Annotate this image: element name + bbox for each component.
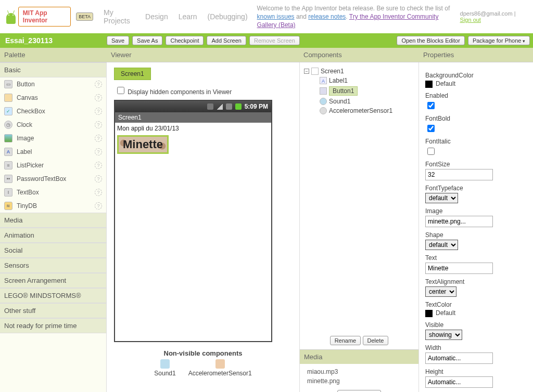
help-icon[interactable]: ? (95, 108, 102, 115)
palette-item-tinydb[interactable]: ≋TinyDB? (0, 199, 106, 213)
palette-section-screenarr[interactable]: Screen Arrangement (0, 273, 106, 288)
components-panel: − Screen1 A Label1 Button1 Sound1 Accele… (299, 62, 419, 392)
palette-label: Label (17, 148, 32, 155)
help-icon[interactable]: ? (95, 121, 102, 128)
panel-headers: Palette Viewer Components Properties (0, 48, 533, 62)
prop-fontitalic-label: FontItalic (425, 138, 527, 145)
phone-title-bar: Screen1 (115, 112, 271, 123)
palette-item-clock[interactable]: ◷Clock? (0, 118, 106, 132)
palette-header: Palette (0, 48, 107, 62)
help-icon[interactable]: ? (95, 135, 102, 142)
known-issues-link[interactable]: known issues (257, 13, 295, 20)
prop-textalign-select[interactable]: center (425, 286, 456, 297)
palette-section-other[interactable]: Other stuff (0, 303, 106, 318)
help-icon[interactable]: ? (95, 162, 102, 169)
palette-section-notready[interactable]: Not ready for prime time (0, 318, 106, 333)
blocks-editor-button[interactable]: Open the Blocks Editor (397, 36, 465, 45)
palette-label: TextBox (17, 189, 39, 196)
phone-screen[interactable]: Mon appli du 23/01/13 Minette (115, 123, 271, 341)
palette-section-social[interactable]: Social (0, 243, 106, 258)
prop-width-input[interactable] (425, 352, 493, 364)
prop-textcolor-value[interactable]: Default (425, 309, 527, 317)
prop-image-label: Image (425, 207, 527, 215)
show-hidden-checkbox[interactable] (117, 87, 124, 94)
prop-text-label: Text (425, 254, 527, 262)
palette-item-checkbox[interactable]: ✓CheckBox? (0, 104, 106, 118)
prop-fontitalic-checkbox[interactable] (427, 148, 435, 155)
nonvis-label: Sound1 (154, 370, 175, 377)
media-file[interactable]: minette.png (307, 376, 411, 386)
tree-item-label1[interactable]: A Label1 (304, 76, 414, 85)
nav-debugging[interactable]: (Debugging) (208, 12, 248, 21)
delete-button[interactable]: Delete (363, 336, 389, 345)
help-icon[interactable]: ? (95, 175, 102, 182)
tree-item-accel[interactable]: AccelerometerSensor1 (304, 106, 414, 115)
preview-button[interactable]: Minette (117, 135, 169, 154)
nav-design[interactable]: Design (145, 12, 168, 21)
palette-section-basic[interactable]: Basic (0, 62, 106, 77)
palette-item-button[interactable]: ▭Button? (0, 77, 106, 91)
package-button[interactable]: Package for Phone (468, 36, 530, 45)
palette-item-canvas[interactable]: Canvas? (0, 91, 106, 104)
palette-label: ListPicker (17, 162, 44, 169)
nonvis-accel[interactable]: AccelerometerSensor1 (188, 359, 252, 377)
palette-item-label[interactable]: ALabel? (0, 145, 106, 159)
save-button[interactable]: Save (107, 36, 129, 45)
prop-enabled-checkbox[interactable] (427, 102, 435, 109)
viewer-panel: Screen1 Display hidden components in Vie… (107, 62, 299, 392)
nav-learn[interactable]: Learn (179, 12, 197, 21)
prop-image-input[interactable] (425, 216, 493, 227)
prop-fontsize-input[interactable] (425, 169, 493, 180)
palette-section-sensors[interactable]: Sensors (0, 258, 106, 273)
image-icon (4, 134, 12, 142)
add-screen-button[interactable]: Add Screen (207, 36, 246, 45)
phone-clock: 5:09 PM (245, 103, 268, 110)
tree-item-button1[interactable]: Button1 (304, 85, 414, 97)
release-notes-link[interactable]: release notes (308, 13, 346, 20)
project-title: Essai_230113 (0, 36, 107, 45)
palette-item-password[interactable]: ••PasswordTextBox? (0, 172, 106, 186)
palette-label: CheckBox (17, 108, 45, 115)
prop-height-input[interactable] (425, 376, 493, 388)
toolbar-left: Save Save As Checkpoint Add Screen Remov… (107, 36, 300, 45)
palette-section-lego[interactable]: LEGO® MINDSTORMS® (0, 288, 106, 303)
collapse-icon[interactable]: − (304, 69, 309, 74)
help-icon[interactable]: ? (95, 189, 102, 196)
prop-fonttypeface-select[interactable]: default (425, 193, 458, 203)
palette-item-listpicker[interactable]: ≡ListPicker? (0, 159, 106, 172)
prop-fontbold-label: FontBold (425, 115, 527, 122)
prop-text-input[interactable] (425, 263, 493, 274)
show-hidden-row[interactable]: Display hidden components in Viewer (114, 83, 292, 98)
nonvis-sound[interactable]: Sound1 (154, 359, 175, 377)
prop-bgcolor-value[interactable]: Default (425, 80, 527, 88)
tree-item-sound1[interactable]: Sound1 (304, 97, 414, 106)
user-email: dpers86@gmail.com (460, 10, 513, 17)
save-as-button[interactable]: Save As (132, 36, 162, 45)
signout-link[interactable]: Sign out (460, 17, 481, 23)
button-icon: ▭ (4, 80, 12, 88)
palette-label: PasswordTextBox (17, 175, 66, 182)
media-file[interactable]: miaou.mp3 (307, 367, 411, 376)
prop-bgcolor-label: BackgroundColor (425, 72, 527, 79)
nav-my-projects[interactable]: My Projects (104, 8, 135, 25)
help-icon[interactable]: ? (95, 202, 102, 210)
prop-shape-select[interactable]: default (425, 240, 458, 250)
palette-section-animation[interactable]: Animation (0, 228, 106, 243)
tree-root-row[interactable]: − Screen1 (304, 67, 414, 76)
palette-item-textbox[interactable]: ITextBox? (0, 186, 106, 199)
palette-item-image[interactable]: Image? (0, 132, 106, 145)
status-icon-wifi (226, 103, 232, 110)
prop-visible-select[interactable]: showing (425, 330, 462, 340)
help-icon[interactable]: ? (95, 81, 102, 88)
screen-tab[interactable]: Screen1 (114, 68, 151, 80)
prop-fontbold-checkbox[interactable] (427, 125, 435, 132)
upload-button[interactable]: Upload new... (337, 390, 382, 392)
rename-button[interactable]: Rename (330, 336, 361, 345)
status-icon-signal (217, 103, 223, 110)
help-icon[interactable]: ? (95, 148, 102, 155)
checkpoint-button[interactable]: Checkpoint (166, 36, 204, 45)
preview-label[interactable]: Mon appli du 23/01/13 (117, 125, 269, 132)
remove-screen-button: Remove Screen (249, 36, 300, 45)
help-icon[interactable]: ? (95, 94, 102, 101)
palette-section-media[interactable]: Media (0, 213, 106, 228)
